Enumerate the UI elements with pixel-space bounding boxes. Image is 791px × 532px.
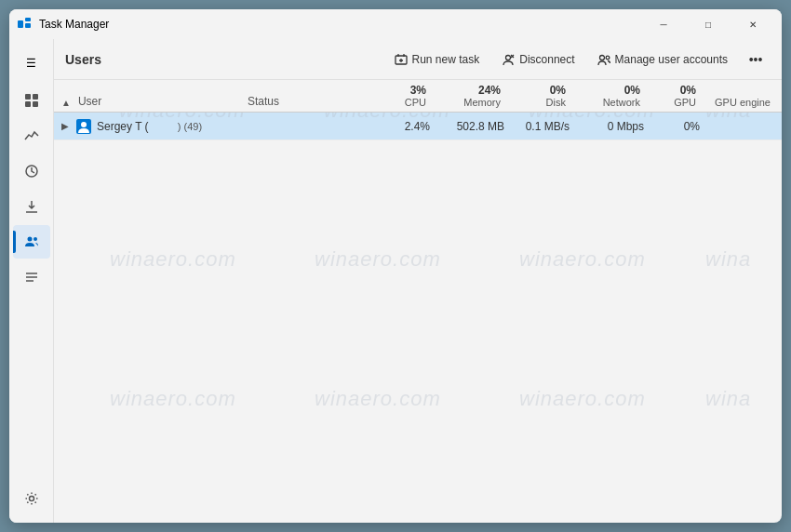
close-button[interactable]: ✕: [731, 9, 774, 39]
disk-label-header: Disk: [546, 97, 566, 108]
gpu-label-header: GPU: [674, 97, 696, 108]
cpu-pct-header: 3%: [410, 84, 426, 97]
disconnect-icon: [502, 53, 515, 66]
svg-rect-4: [33, 94, 38, 100]
titlebar: Task Manager ─ □ ✕: [9, 9, 782, 39]
table-container: winaero.com winaero.com winaero.com wina…: [54, 80, 782, 523]
hamburger-menu-button[interactable]: ☰: [13, 47, 50, 80]
main-area: ☰: [9, 39, 782, 523]
run-task-icon: [395, 53, 408, 66]
network-pct-header: 0%: [624, 84, 640, 97]
minimize-button[interactable]: ─: [642, 9, 685, 39]
expand-icon[interactable]: ▶: [61, 121, 76, 131]
sidebar-item-details[interactable]: [13, 260, 50, 294]
network-label-header: Network: [603, 97, 640, 108]
processes-icon: [24, 93, 39, 108]
titlebar-controls: ─ □ ✕: [642, 9, 774, 39]
sidebar-nav: [13, 84, 50, 482]
disk-pct-header: 0%: [550, 84, 566, 97]
details-icon: [24, 270, 39, 285]
process-count: ) (49): [178, 121, 202, 132]
sidebar-item-processes[interactable]: [13, 84, 50, 117]
watermark-8: wina: [705, 247, 751, 272]
disconnect-button[interactable]: Disconnect: [492, 48, 583, 71]
col-header-disk[interactable]: 0% Disk: [504, 80, 570, 112]
svg-point-9: [27, 237, 32, 242]
user-disk: 0.1 MB/s: [504, 120, 570, 133]
svg-point-23: [599, 55, 604, 60]
toolbar: Users Run new task: [54, 39, 782, 80]
sort-arrow: ▲: [61, 98, 71, 108]
watermark-5: winaero.com: [110, 247, 236, 272]
sidebar-item-app-history[interactable]: [13, 154, 50, 188]
watermark-overlay: winaero.com winaero.com winaero.com wina…: [54, 80, 782, 523]
svg-rect-5: [25, 101, 31, 107]
settings-icon: [24, 491, 39, 506]
cpu-label-header: CPU: [405, 97, 426, 108]
sidebar-item-settings[interactable]: [13, 482, 50, 515]
sidebar: ☰: [9, 39, 54, 523]
user-gpu: 0%: [644, 120, 700, 133]
memory-label-header: Memory: [463, 97, 501, 108]
startup-icon: [24, 199, 39, 214]
disconnect-label: Disconnect: [519, 53, 574, 66]
manage-user-accounts-button[interactable]: Manage user accounts: [588, 48, 737, 71]
svg-point-26: [81, 122, 87, 127]
svg-rect-1: [25, 18, 31, 21]
task-manager-window: Task Manager ─ □ ✕ ☰: [9, 9, 782, 523]
sidebar-item-startup[interactable]: [13, 190, 50, 223]
users-icon: [24, 234, 39, 249]
col-header-memory[interactable]: 24% Memory: [430, 80, 504, 112]
col-header-user[interactable]: ▲ User: [61, 91, 248, 112]
watermark-9: winaero.com: [110, 387, 236, 411]
watermark-6: winaero.com: [315, 247, 441, 272]
content-area: Users Run new task: [54, 39, 782, 523]
svg-rect-6: [33, 101, 38, 107]
history-icon: [24, 164, 39, 179]
table-header: ▲ User Status 3% CPU 24% Memory: [54, 80, 782, 113]
watermark-11: winaero.com: [519, 387, 646, 411]
user-cpu: 2.4%: [365, 120, 430, 133]
col-header-gpu-engine[interactable]: GPU engine: [700, 93, 774, 112]
more-dots-icon: •••: [749, 52, 763, 67]
watermark-7: winaero.com: [519, 247, 646, 272]
window-title: Task Manager: [39, 18, 109, 31]
svg-point-10: [34, 237, 37, 241]
svg-rect-2: [25, 23, 31, 28]
manage-users-icon: [597, 53, 610, 66]
user-name: Sergey T (: [97, 120, 178, 133]
col-header-cpu[interactable]: 3% CPU: [365, 80, 430, 112]
run-new-task-button[interactable]: Run new task: [385, 48, 489, 71]
svg-rect-3: [25, 94, 31, 100]
hamburger-icon: ☰: [26, 57, 36, 70]
app-icon: [17, 17, 32, 32]
svg-point-14: [29, 497, 34, 501]
col-header-network[interactable]: 0% Network: [570, 80, 644, 112]
run-new-task-label: Run new task: [412, 53, 480, 66]
col-header-status[interactable]: Status: [248, 91, 322, 112]
user-icon: [76, 119, 91, 134]
titlebar-left: Task Manager: [17, 17, 642, 32]
svg-point-20: [506, 55, 511, 60]
user-memory: 502.8 MB: [430, 120, 504, 133]
watermark-10: winaero.com: [315, 387, 441, 411]
sidebar-item-users[interactable]: [13, 225, 50, 259]
manage-user-accounts-label: Manage user accounts: [615, 53, 728, 66]
col-header-gpu[interactable]: 0% GPU: [644, 80, 700, 112]
performance-icon: [24, 128, 39, 143]
status-col-label: Status: [248, 95, 279, 108]
user-col-label: User: [78, 95, 101, 108]
maximize-button[interactable]: □: [687, 9, 730, 39]
gpu-engine-label-header: GPU engine: [715, 97, 771, 108]
sidebar-item-performance[interactable]: [13, 119, 50, 153]
watermark-12: wina: [705, 387, 751, 411]
gpu-pct-header: 0%: [680, 84, 696, 97]
more-options-button[interactable]: •••: [741, 45, 771, 74]
svg-rect-0: [18, 20, 23, 28]
svg-point-24: [606, 56, 610, 60]
table-row[interactable]: ▶ Sergey T ( ) (49) 2.4% 502.8 MB 0: [54, 113, 782, 140]
page-title: Users: [65, 52, 382, 67]
memory-pct-header: 24%: [478, 84, 501, 97]
user-network: 0 Mbps: [570, 120, 644, 133]
